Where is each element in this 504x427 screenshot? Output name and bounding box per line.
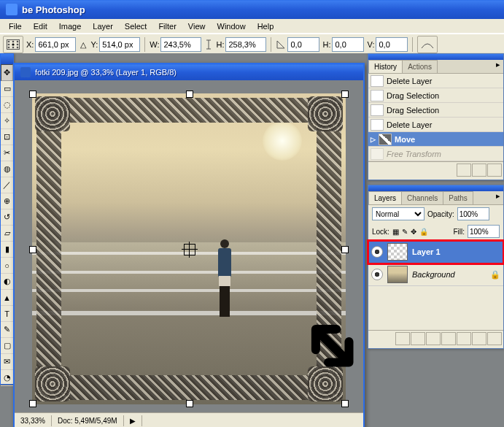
delete-layer-icon[interactable] — [487, 332, 502, 345]
vskew-input[interactable] — [376, 37, 408, 52]
layer-name[interactable]: Background — [412, 270, 455, 279]
history-item[interactable]: Drag Selection — [368, 88, 503, 103]
blend-mode-select[interactable]: Normal — [372, 207, 424, 220]
menu-edit[interactable]: Edit — [28, 20, 53, 32]
adjustment-icon[interactable] — [457, 332, 471, 345]
tool-brush[interactable]: ／ — [1, 177, 13, 193]
transform-handle-tl[interactable] — [29, 91, 36, 98]
new-layer-icon[interactable] — [472, 332, 486, 345]
y-input[interactable] — [99, 37, 140, 52]
tab-layers[interactable]: Layers — [368, 191, 402, 204]
layer-name[interactable]: Layer 1 — [412, 247, 441, 256]
history-item[interactable]: Delete Layer — [368, 118, 503, 132]
transform-handle-bm[interactable] — [186, 400, 193, 407]
tool-slice[interactable]: ✂ — [1, 145, 13, 161]
w-input[interactable] — [160, 37, 201, 52]
transform-ref-icon[interactable] — [3, 36, 23, 53]
history-item-label: Delete Layer — [387, 120, 432, 129]
menu-layer[interactable]: Layer — [87, 20, 119, 32]
h-input[interactable] — [225, 37, 266, 52]
history-item-selected[interactable]: ▷Move — [368, 132, 503, 147]
history-item[interactable]: Delete Layer — [368, 74, 503, 88]
tool-notes[interactable]: ✉ — [1, 354, 13, 370]
link-wh-icon[interactable] — [204, 36, 213, 53]
warp-icon[interactable] — [417, 36, 438, 53]
tool-move[interactable]: ✥ — [1, 64, 13, 81]
tool-shape[interactable]: ▢ — [1, 338, 13, 354]
tab-channels[interactable]: Channels — [401, 191, 443, 204]
tool-blur[interactable]: ○ — [1, 258, 13, 274]
angle-input[interactable] — [287, 37, 319, 52]
tool-pen[interactable]: ✎ — [1, 322, 13, 338]
tab-actions[interactable]: Actions — [402, 60, 438, 73]
tool-lasso[interactable]: ◌ — [1, 97, 13, 113]
menu-filter[interactable]: Filter — [152, 20, 182, 32]
tool-path[interactable]: ▲ — [1, 290, 13, 306]
tool-heal[interactable]: ◍ — [1, 161, 13, 177]
transform-center[interactable] — [184, 244, 195, 255]
tool-dodge[interactable]: ◐ — [1, 274, 13, 290]
x-input[interactable] — [35, 37, 76, 52]
menu-file[interactable]: File — [3, 20, 28, 32]
hskew-input[interactable] — [332, 37, 364, 52]
svg-point-4 — [8, 44, 10, 46]
history-item-future[interactable]: Free Transform — [368, 147, 503, 161]
menu-window[interactable]: Window — [212, 20, 252, 32]
tool-history[interactable]: ↺ — [1, 209, 13, 226]
history-item[interactable]: Drag Selection — [368, 103, 503, 118]
opacity-input[interactable] — [457, 207, 489, 220]
status-expand[interactable]: ▶ — [124, 415, 142, 426]
transform-handle-tr[interactable] — [341, 91, 349, 98]
layers-menu-icon[interactable]: ▸ — [493, 191, 503, 204]
menu-help[interactable]: Help — [252, 20, 280, 32]
zoom-level[interactable]: 33,33% — [15, 415, 52, 426]
transform-handle-mr[interactable] — [341, 246, 349, 253]
tool-wand[interactable]: ✧ — [1, 113, 13, 129]
history-panel: History Actions ▸ Delete Layer Drag Sele… — [368, 53, 504, 180]
lock-trans-icon[interactable]: ▦ — [392, 228, 399, 236]
layer-row-selected[interactable]: Layer 1 — [368, 241, 503, 263]
history-item-label: Free Transform — [387, 150, 441, 158]
trash-icon[interactable] — [487, 164, 502, 177]
lock-pos-icon[interactable]: ✥ — [411, 228, 416, 236]
tab-paths[interactable]: Paths — [443, 191, 473, 204]
transform-handle-ml[interactable] — [29, 246, 36, 253]
history-menu-icon[interactable]: ▸ — [493, 60, 503, 73]
tool-eyedrop[interactable]: ◔ — [1, 370, 13, 386]
layer-style-icon[interactable] — [411, 332, 425, 345]
visibility-icon[interactable] — [371, 246, 383, 258]
layer-row[interactable]: Background 🔒 — [368, 263, 503, 286]
visibility-icon[interactable] — [371, 269, 383, 280]
tool-crop[interactable]: ⊡ — [1, 129, 13, 145]
link-layers-icon[interactable] — [395, 332, 410, 345]
tab-history[interactable]: History — [368, 60, 403, 73]
lock-all-icon[interactable]: 🔒 — [419, 228, 428, 236]
menu-image[interactable]: Image — [53, 20, 88, 32]
menu-view[interactable]: View — [182, 20, 212, 32]
doc-size[interactable]: Doc: 5,49M/5,49M — [52, 415, 124, 426]
tool-marquee[interactable]: ▭ — [1, 81, 13, 97]
menu-select[interactable]: Select — [119, 20, 153, 32]
document-titlebar[interactable]: fotki 209.jpg @ 33,3% (Layer 1, RGB/8) — [15, 64, 363, 80]
transform-handle-tm[interactable] — [186, 91, 193, 98]
canvas[interactable] — [32, 93, 346, 404]
layer-thumb[interactable] — [387, 266, 408, 283]
tool-gradient[interactable]: ▮ — [1, 242, 13, 258]
move-icon — [379, 134, 392, 145]
svg-point-5 — [12, 43, 14, 45]
tool-stamp[interactable]: ⊕ — [1, 193, 13, 209]
new-group-icon[interactable] — [441, 332, 456, 345]
delta-icon[interactable]: △ — [79, 36, 88, 53]
tool-eraser[interactable]: ▱ — [1, 226, 13, 242]
fill-input[interactable] — [468, 225, 500, 238]
layer-mask-icon[interactable] — [426, 332, 441, 345]
layer-thumb[interactable] — [387, 243, 408, 261]
tool-text[interactable]: T — [1, 306, 13, 322]
lock-paint-icon[interactable]: ✎ — [402, 228, 408, 236]
transform-handle-bl[interactable] — [29, 400, 36, 407]
new-snapshot-icon[interactable] — [457, 164, 471, 177]
history-item-label: Delete Layer — [387, 77, 432, 85]
new-state-icon[interactable] — [472, 164, 486, 177]
transform-handle-br[interactable] — [341, 400, 349, 407]
canvas-area[interactable] — [15, 80, 363, 413]
